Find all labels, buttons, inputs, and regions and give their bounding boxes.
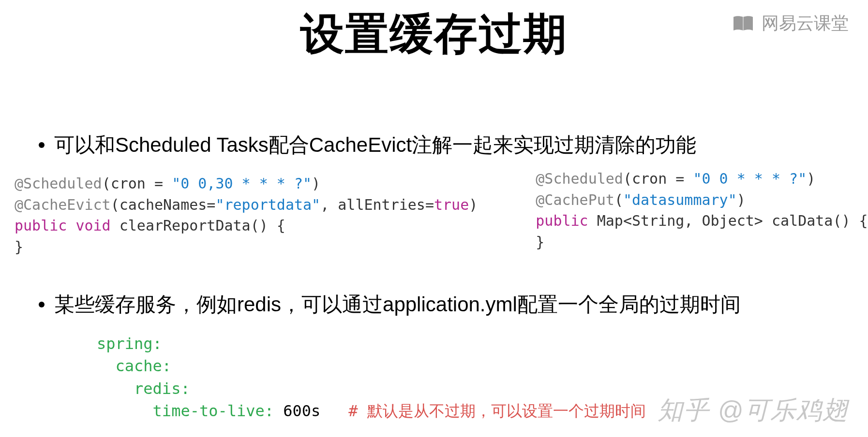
code-text: (cacheNames= <box>111 196 216 213</box>
code-text: ) <box>469 196 478 213</box>
code-text: ) <box>737 191 746 208</box>
bullet-text-2: 某些缓存服务，例如redis，可以通过application.yml配置一个全局… <box>54 291 741 318</box>
yaml-key: cache: <box>97 357 171 375</box>
bullet-dot-icon <box>39 302 45 307</box>
bullet-item-1: 可以和Scheduled Tasks配合CacheEvict注解一起来实现过期清… <box>39 131 868 159</box>
bullet-text-1: 可以和Scheduled Tasks配合CacheEvict注解一起来实现过期清… <box>54 131 696 159</box>
yaml-key: spring: <box>97 335 162 353</box>
code-text: } <box>15 238 23 255</box>
annotation: @Scheduled <box>536 170 623 187</box>
yaml-value: 600s <box>274 402 348 420</box>
code-text: ( <box>614 191 623 208</box>
bullet-dot-icon <box>39 142 45 148</box>
code-text: clearReportData() { <box>111 217 285 234</box>
bullet-list-2: 某些缓存服务，例如redis，可以通过application.yml配置一个全局… <box>0 291 868 318</box>
code-text <box>67 217 75 234</box>
string-literal: "0 0,30 * * * ?" <box>172 175 312 192</box>
code-text: ) <box>312 175 320 192</box>
annotation: @CachePut <box>536 191 614 208</box>
watermark-top-text: 网易云课堂 <box>762 12 849 35</box>
keyword: true <box>434 196 469 213</box>
keyword: public <box>536 212 588 229</box>
yaml-comment: # 默认是从不过期，可以设置一个过期时间 <box>348 402 646 420</box>
code-text: } <box>536 233 544 250</box>
watermark-top: 网易云课堂 <box>733 12 849 35</box>
code-text: ) <box>807 170 815 187</box>
code-row: @Scheduled(cron = "0 0,30 * * * ?") @Cac… <box>0 173 868 257</box>
keyword: void <box>75 217 110 234</box>
code-text: (cron = <box>102 175 172 192</box>
code-text: (cron = <box>623 170 693 187</box>
string-literal: "0 0 * * * ?" <box>693 170 807 187</box>
watermark-bottom: 知乎 @可乐鸡翅 <box>658 393 849 427</box>
bullet-list-1: 可以和Scheduled Tasks配合CacheEvict注解一起来实现过期清… <box>0 131 868 159</box>
bullet-item-2: 某些缓存服务，例如redis，可以通过application.yml配置一个全局… <box>39 291 868 318</box>
annotation: @Scheduled <box>15 175 102 192</box>
code-text: Map<String, Object> calData() { <box>588 212 868 229</box>
code-block-left: @Scheduled(cron = "0 0,30 * * * ?") @Cac… <box>15 173 478 257</box>
string-literal: "datasummary" <box>623 191 737 208</box>
keyword: public <box>15 217 67 234</box>
yaml-key: time-to-live: <box>97 402 274 420</box>
code-block-right: @Scheduled(cron = "0 0 * * * ?") @CacheP… <box>536 168 868 257</box>
book-icon <box>733 15 754 32</box>
code-text: , allEntries= <box>320 196 434 213</box>
yaml-key: redis: <box>97 379 190 398</box>
annotation: @CacheEvict <box>15 196 111 213</box>
string-literal: "reportdata" <box>215 196 320 213</box>
